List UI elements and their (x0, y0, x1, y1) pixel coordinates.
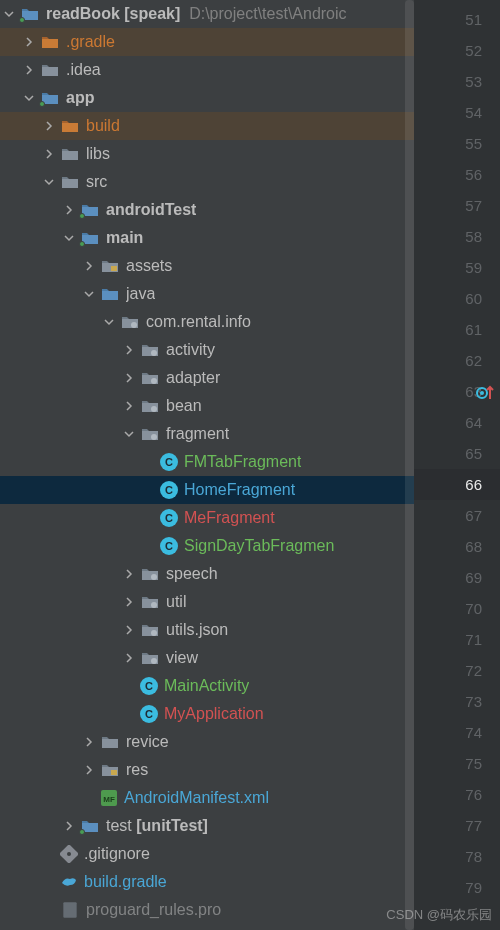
tree-row[interactable]: .gradle (0, 28, 414, 56)
line-number[interactable]: 73 (422, 686, 482, 717)
tree-row[interactable]: test [unitTest] (0, 812, 414, 840)
svg-rect-6 (62, 179, 78, 188)
tree-row[interactable]: com.rental.info (0, 308, 414, 336)
chevron-right-icon[interactable] (60, 201, 78, 219)
line-number[interactable]: 60 (422, 283, 482, 314)
tree-row[interactable]: C MyApplication (0, 700, 414, 728)
root-label: readBook [speak] D:\project\test\Androic (46, 5, 347, 23)
scrollbar-thumb[interactable] (405, 0, 414, 930)
tree-row[interactable]: utils.json (0, 616, 414, 644)
line-number[interactable]: 63 (422, 376, 482, 407)
tree-row[interactable]: androidTest (0, 196, 414, 224)
item-label: utils.json (166, 621, 228, 639)
item-label: .gitignore (84, 845, 150, 863)
chevron-right-icon[interactable] (20, 61, 38, 79)
tree-row-root[interactable]: readBook [speak] D:\project\test\Androic (0, 0, 414, 28)
tree-row[interactable]: C MeFragment (0, 504, 414, 532)
tree-row[interactable]: java (0, 280, 414, 308)
tree-row[interactable]: adapter (0, 364, 414, 392)
chevron-right-icon[interactable] (80, 761, 98, 779)
line-number[interactable]: 67 (422, 500, 482, 531)
tree-row[interactable]: libs (0, 140, 414, 168)
folder-icon (60, 172, 80, 192)
line-number[interactable]: 77 (422, 810, 482, 841)
scrollbar-vertical[interactable] (405, 0, 414, 930)
tree-row[interactable]: proguard_rules.pro (0, 896, 414, 924)
chevron-right-icon[interactable] (120, 369, 138, 387)
line-number[interactable]: 58 (422, 221, 482, 252)
line-number[interactable]: 65 (422, 438, 482, 469)
line-number[interactable]: 74 (422, 717, 482, 748)
line-number[interactable]: 62 (422, 345, 482, 376)
chevron-right-icon[interactable] (120, 397, 138, 415)
tree-row[interactable]: C SignDayTabFragmen (0, 532, 414, 560)
tree-row[interactable]: C FMTabFragment (0, 448, 414, 476)
chevron-down-icon[interactable] (60, 229, 78, 247)
line-number[interactable]: 68 (422, 531, 482, 562)
line-number[interactable]: 61 (422, 314, 482, 345)
line-number[interactable]: 76 (422, 779, 482, 810)
item-label: MainActivity (164, 677, 249, 695)
override-up-icon[interactable] (476, 384, 494, 402)
tree-row[interactable]: build (0, 112, 414, 140)
tree-row[interactable]: build.gradle (0, 868, 414, 896)
line-number[interactable]: 72 (422, 655, 482, 686)
chevron-down-icon[interactable] (20, 89, 38, 107)
project-tree[interactable]: readBook [speak] D:\project\test\Androic… (0, 0, 414, 930)
line-number[interactable]: 59 (422, 252, 482, 283)
chevron-right-icon[interactable] (120, 593, 138, 611)
chevron-right-icon[interactable] (20, 33, 38, 51)
tree-row[interactable]: app (0, 84, 414, 112)
tree-row[interactable]: MF AndroidManifest.xml (0, 784, 414, 812)
tree-row[interactable]: .idea (0, 56, 414, 84)
line-number[interactable]: 51 (422, 4, 482, 35)
chevron-right-icon[interactable] (80, 733, 98, 751)
line-number[interactable]: 66 (414, 469, 500, 500)
tree-row[interactable]: assets (0, 252, 414, 280)
chevron-down-icon[interactable] (120, 425, 138, 443)
tree-row[interactable]: fragment (0, 420, 414, 448)
line-number[interactable]: 79 (422, 872, 482, 903)
editor-gutter[interactable]: 5152535455565758596061626364656667686970… (414, 0, 500, 930)
chevron-right-icon[interactable] (40, 145, 58, 163)
tree-row[interactable]: speech (0, 560, 414, 588)
class-icon: C (160, 453, 178, 471)
tree-row-selected[interactable]: C HomeFragment (0, 476, 414, 504)
line-number[interactable]: 71 (422, 624, 482, 655)
line-number[interactable]: 69 (422, 562, 482, 593)
tree-row[interactable]: src (0, 168, 414, 196)
line-number[interactable]: 75 (422, 748, 482, 779)
item-label: revice (126, 733, 169, 751)
chevron-right-icon[interactable] (120, 621, 138, 639)
tree-row[interactable]: main (0, 224, 414, 252)
tree-row[interactable]: bean (0, 392, 414, 420)
chevron-down-icon[interactable] (0, 5, 18, 23)
chevron-down-icon[interactable] (80, 285, 98, 303)
tree-row[interactable]: util (0, 588, 414, 616)
chevron-right-icon[interactable] (120, 649, 138, 667)
tree-row[interactable]: res (0, 756, 414, 784)
line-number[interactable]: 64 (422, 407, 482, 438)
chevron-down-icon[interactable] (40, 173, 58, 191)
chevron-down-icon[interactable] (100, 313, 118, 331)
chevron-right-icon[interactable] (120, 341, 138, 359)
tree-row[interactable]: revice (0, 728, 414, 756)
chevron-right-icon[interactable] (40, 117, 58, 135)
line-number[interactable]: 52 (422, 35, 482, 66)
svg-point-17 (151, 378, 157, 384)
tree-row[interactable]: view (0, 644, 414, 672)
chevron-right-icon[interactable] (60, 817, 78, 835)
item-label: build (86, 117, 120, 135)
line-number[interactable]: 56 (422, 159, 482, 190)
line-number[interactable]: 70 (422, 593, 482, 624)
tree-row[interactable]: C MainActivity (0, 672, 414, 700)
line-number[interactable]: 55 (422, 128, 482, 159)
line-number[interactable]: 54 (422, 97, 482, 128)
tree-row[interactable]: .gitignore (0, 840, 414, 868)
line-number[interactable]: 57 (422, 190, 482, 221)
tree-row[interactable]: activity (0, 336, 414, 364)
line-number[interactable]: 78 (422, 841, 482, 872)
chevron-right-icon[interactable] (80, 257, 98, 275)
line-number[interactable]: 53 (422, 66, 482, 97)
chevron-right-icon[interactable] (120, 565, 138, 583)
